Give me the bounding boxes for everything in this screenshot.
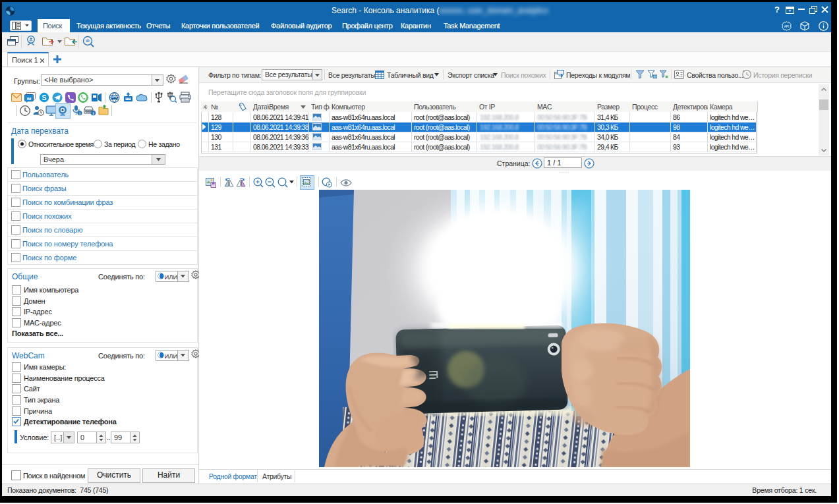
svg-text:ID: ID <box>86 39 89 43</box>
svg-text:IM: IM <box>27 97 32 101</box>
svg-text:FTP: FTP <box>126 98 130 100</box>
svg-text:S: S <box>42 94 46 101</box>
svg-text:i: i <box>93 111 94 115</box>
svg-text:API: API <box>784 25 789 28</box>
svg-text:HTTP: HTTP <box>111 96 118 99</box>
